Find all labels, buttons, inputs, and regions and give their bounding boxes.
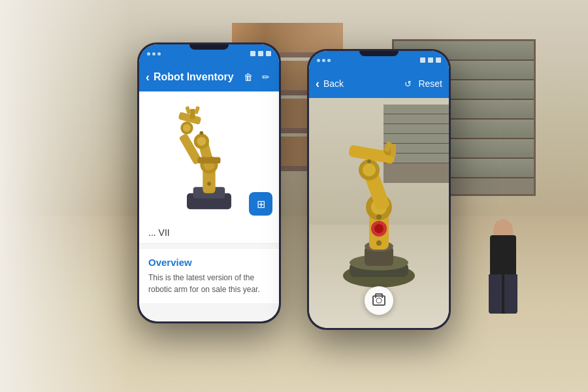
app-bar-title-left: Robot Inventory xyxy=(154,71,237,83)
phone-left-wrapper: ‹ Robot Inventory 🗑 ✏ xyxy=(137,42,281,323)
status-dot-r3 xyxy=(327,59,331,62)
app-bar-left: ‹ Robot Inventory 🗑 ✏ xyxy=(139,63,279,91)
camera-button[interactable] xyxy=(365,286,393,315)
phones-container: ‹ Robot Inventory 🗑 ✏ xyxy=(0,0,588,392)
ar-screen xyxy=(309,98,449,328)
svg-point-37 xyxy=(367,159,371,163)
battery-icon xyxy=(266,51,271,56)
overview-description: This is the latest version of the roboti… xyxy=(148,272,270,295)
svg-point-7 xyxy=(197,137,206,146)
robot-image-container: ⊞ xyxy=(139,91,279,222)
back-button-right[interactable]: ‹ xyxy=(316,77,319,91)
ar-robot-container xyxy=(327,132,431,289)
camera-icon xyxy=(372,295,385,306)
app-bar-right: ‹ Back ↺ Reset xyxy=(309,69,449,98)
product-name-row: ... VII xyxy=(139,222,279,244)
status-dot-1 xyxy=(147,52,150,56)
phone-left-content: ⊞ ... VII Overview This is the latest ve… xyxy=(139,91,279,321)
back-button-left[interactable]: ‹ xyxy=(146,71,150,84)
status-dot-3 xyxy=(157,52,161,56)
battery-icon-right xyxy=(436,57,441,63)
reset-text[interactable]: Reset xyxy=(418,78,442,89)
status-dot-r1 xyxy=(317,59,320,62)
status-dots-right xyxy=(317,59,331,62)
svg-point-15 xyxy=(207,182,211,186)
ar-icon: ⊞ xyxy=(257,198,265,210)
back-text-right[interactable]: Back xyxy=(323,78,344,89)
ar-door-panel-1 xyxy=(384,105,449,114)
status-icons-right xyxy=(420,57,441,63)
phone-right: ‹ Back ↺ Reset xyxy=(307,49,451,330)
status-icons-left xyxy=(250,51,271,56)
phone-left-screen: ‹ Robot Inventory 🗑 ✏ xyxy=(139,44,279,321)
svg-point-35 xyxy=(376,240,382,246)
status-dot-r2 xyxy=(322,59,325,62)
svg-rect-17 xyxy=(198,157,221,163)
phone-notch-left xyxy=(189,44,229,50)
status-dots-left xyxy=(147,52,161,56)
svg-rect-33 xyxy=(391,144,396,157)
ar-view-button[interactable]: ⊞ xyxy=(249,192,272,216)
edit-icon-left[interactable]: ✏ xyxy=(259,71,272,84)
svg-point-10 xyxy=(183,124,191,132)
svg-rect-12 xyxy=(190,109,195,120)
signal-icon-right xyxy=(420,57,425,63)
svg-point-36 xyxy=(376,214,382,220)
product-name-partial: ... VII xyxy=(148,227,170,238)
svg-point-25 xyxy=(374,224,384,233)
ar-door-panel-2 xyxy=(384,114,449,124)
phone-notch-right xyxy=(359,51,399,56)
ar-robot-arm-image xyxy=(327,132,431,289)
robot-arm-image xyxy=(157,101,261,212)
phone-right-wrapper: ‹ Back ↺ Reset xyxy=(307,49,451,330)
phone-left: ‹ Robot Inventory 🗑 ✏ xyxy=(137,42,281,323)
delete-icon-left[interactable]: 🗑 xyxy=(241,71,255,84)
signal-icon xyxy=(250,51,255,56)
svg-point-16 xyxy=(199,131,203,135)
wifi-icon xyxy=(258,51,263,56)
wifi-icon-right xyxy=(428,57,433,63)
status-dot-2 xyxy=(152,52,155,56)
overview-title: Overview xyxy=(148,257,270,268)
overview-section: Overview This is the latest version of t… xyxy=(139,249,279,303)
phone-right-screen: ‹ Back ↺ Reset xyxy=(309,51,449,328)
reset-icon[interactable]: ↺ xyxy=(404,79,412,89)
svg-point-30 xyxy=(363,163,376,176)
